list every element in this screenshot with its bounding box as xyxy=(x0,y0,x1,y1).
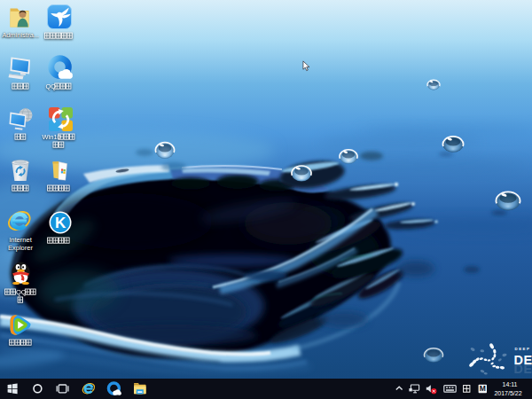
svg-text:DEEP: DEEP xyxy=(515,347,531,351)
svg-text:M: M xyxy=(480,384,486,393)
svg-text:K: K xyxy=(55,215,66,231)
svg-text:DE: DE xyxy=(514,362,532,376)
